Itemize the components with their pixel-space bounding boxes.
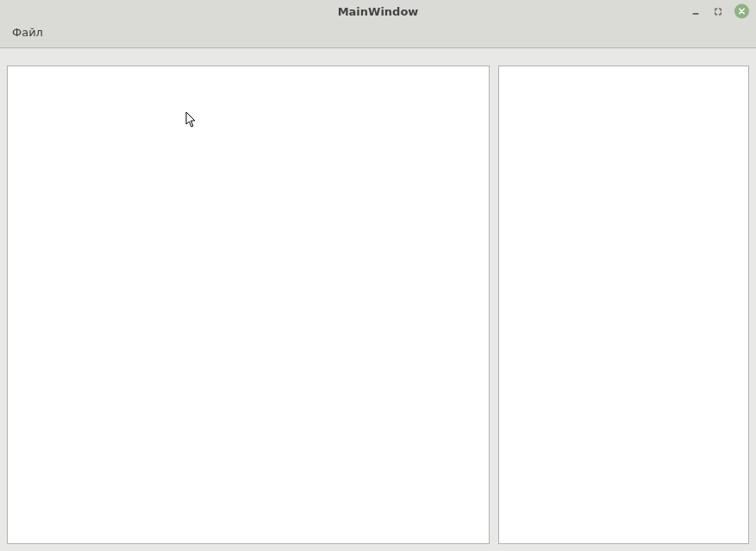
close-icon bbox=[738, 5, 746, 18]
left-panel[interactable] bbox=[7, 66, 490, 544]
svg-rect-0 bbox=[693, 13, 699, 15]
menu-file[interactable]: Файл bbox=[9, 24, 47, 41]
right-panel[interactable] bbox=[498, 66, 749, 544]
window-title: MainWindow bbox=[338, 5, 419, 18]
menubar: Файл bbox=[0, 22, 756, 41]
maximize-icon bbox=[712, 5, 724, 17]
toolbar bbox=[0, 41, 756, 48]
window-controls bbox=[690, 4, 749, 19]
minimize-button[interactable] bbox=[690, 5, 702, 17]
titlebar: MainWindow bbox=[0, 0, 756, 22]
minimize-icon bbox=[690, 5, 702, 17]
close-button[interactable] bbox=[734, 4, 749, 19]
content-area bbox=[0, 48, 756, 551]
toolbar-grip-icon bbox=[3, 43, 7, 47]
maximize-button[interactable] bbox=[712, 5, 724, 17]
